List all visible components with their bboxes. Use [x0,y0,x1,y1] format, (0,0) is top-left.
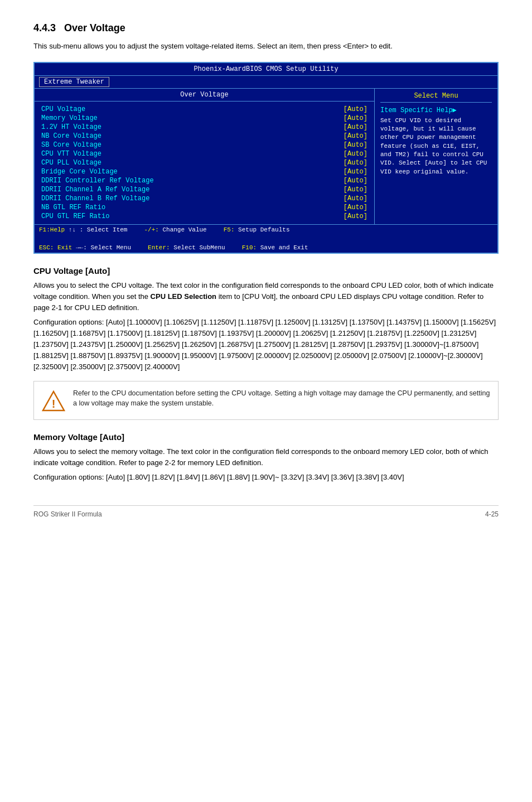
bios-menu-item: DDRII Channel A Ref Voltage[Auto] [41,185,367,194]
bios-tab-bar: Extreme Tweaker [35,76,497,89]
bios-help-title: Item Specific Help▶ [380,106,492,114]
bios-item-value: [Auto] [344,212,367,220]
memory-voltage-config-values: [Auto] [1.80V] [1.82V] [1.84V] [1.86V] [… [106,473,404,481]
cpu-voltage-para: Allows you to select the CPU voltage. Th… [33,280,499,313]
bios-help-text: Set CPU VID to desired voltage, but it w… [380,117,492,177]
memory-voltage-para: Allows you to select the memory voltage.… [33,446,499,468]
bios-item-label: CPU GTL REF Ratio [41,212,109,220]
bios-footer-item: Enter: Select SubMenu [148,244,225,251]
bios-left-panel: Over Voltage CPU Voltage[Auto]Memory Vol… [35,89,375,224]
svg-text:!: ! [52,398,56,410]
cpu-voltage-config-label: Configuration options: [33,318,104,326]
bios-menu-item: Memory Voltage[Auto] [41,114,367,123]
footer-page: 4-25 [485,510,499,518]
warning-text: Refer to the CPU documentation before se… [73,388,490,409]
bios-menu-item: NB Core Voltage[Auto] [41,132,367,141]
bios-tab-extreme-tweaker: Extreme Tweaker [39,77,109,87]
section-number-title: 4.4.3 Over Voltage [33,22,499,34]
bios-item-label: CPU PLL Voltage [41,159,101,167]
bios-item-label: CPU Voltage [41,105,85,113]
bios-item-value: [Auto] [344,105,367,113]
bios-menu-item: 1.2V HT Voltage[Auto] [41,123,367,132]
bios-menu-item: CPU PLL Voltage[Auto] [41,158,367,167]
bios-right-header: Select Menu [380,92,492,103]
memory-voltage-config-label: Configuration options: [33,473,104,481]
cpu-voltage-config: Configuration options: [Auto] [1.10000V]… [33,317,499,373]
bios-item-label: NB GTL REF Ratio [41,204,105,211]
bios-item-value: [Auto] [344,114,367,122]
bios-menu-item: CPU GTL REF Ratio[Auto] [41,212,367,221]
bios-menu-item: CPU VTT Voltage[Auto] [41,149,367,158]
bios-footer-item: F5: Setup Defaults [224,226,290,233]
bios-item-label: DDRII Channel A Ref Voltage [41,186,149,194]
bios-item-value: [Auto] [344,141,367,149]
cpu-voltage-bold: CPU LED Selection [151,292,216,301]
bios-item-label: DDRII Channel B Ref Voltage [41,195,149,202]
bios-item-label: 1.2V HT Voltage [41,123,101,131]
bios-item-value: [Auto] [344,204,367,211]
memory-voltage-config: Configuration options: [Auto] [1.80V] [1… [33,472,499,483]
bios-item-label: Bridge Core Voltage [41,168,118,176]
footer-brand: ROG Striker II Formula [33,510,102,518]
memory-voltage-title: Memory Voltage [Auto] [33,432,499,442]
bios-menu-item: SB Core Voltage[Auto] [41,141,367,149]
bios-menu-item: CPU Voltage[Auto] [41,105,367,114]
bios-item-value: [Auto] [344,150,367,158]
section-number: 4.4.3 [33,22,56,33]
bios-screenshot: Phoenix-AwardBIOS CMOS Setup Utility Ext… [33,62,499,254]
bios-item-value: [Auto] [344,186,367,194]
warning-icon: ! [42,389,65,413]
bios-footer-row2: ESC: Exit →←: Select MenuEnter: Select S… [39,244,493,251]
bios-left-header: Over Voltage [35,89,374,102]
bios-item-value: [Auto] [344,177,367,185]
bios-footer-item: F1:Help ↑↓ : Select Item [39,226,127,233]
bios-menu-item: DDRII Channel B Ref Voltage[Auto] [41,194,367,203]
warning-box: ! Refer to the CPU documentation before … [33,381,499,420]
bios-footer-row1: F1:Help ↑↓ : Select Item-/+: Change Valu… [39,226,493,233]
bios-footer: F1:Help ↑↓ : Select Item-/+: Change Valu… [35,224,497,253]
bios-menu-item: Bridge Core Voltage[Auto] [41,167,367,176]
bios-right-panel: Select Menu Item Specific Help▶ Set CPU … [375,89,497,224]
bios-item-value: [Auto] [344,168,367,176]
bios-item-value: [Auto] [344,159,367,167]
bios-footer-item: -/+: Change Value [144,226,206,233]
bios-menu-item: DDRII Controller Ref Voltage[Auto] [41,176,367,185]
bios-item-label: NB Core Voltage [41,132,101,140]
bios-footer-item: ESC: Exit →←: Select Menu [39,244,131,251]
cpu-voltage-title: CPU Voltage [Auto] [33,266,499,276]
bios-menu-item: NB GTL REF Ratio[Auto] [41,203,367,212]
bios-item-value: [Auto] [344,195,367,202]
bios-item-label: Memory Voltage [41,114,98,122]
bios-title-bar: Phoenix-AwardBIOS CMOS Setup Utility [35,63,497,76]
bios-menu-items: CPU Voltage[Auto]Memory Voltage[Auto]1.2… [35,102,374,224]
bios-item-label: SB Core Voltage [41,141,101,149]
bios-footer-item: F10: Save and Exit [242,244,308,251]
section-intro: This sub-menu allows you to adjust the s… [33,41,499,52]
section-title-text: Over Voltage [64,22,125,33]
bios-content-area: Over Voltage CPU Voltage[Auto]Memory Vol… [35,89,497,224]
bios-item-label: DDRII Controller Ref Voltage [41,177,154,185]
bios-item-value: [Auto] [344,132,367,140]
bios-item-label: CPU VTT Voltage [41,150,101,158]
page-footer: ROG Striker II Formula 4-25 [33,505,499,518]
bios-item-value: [Auto] [344,123,367,131]
